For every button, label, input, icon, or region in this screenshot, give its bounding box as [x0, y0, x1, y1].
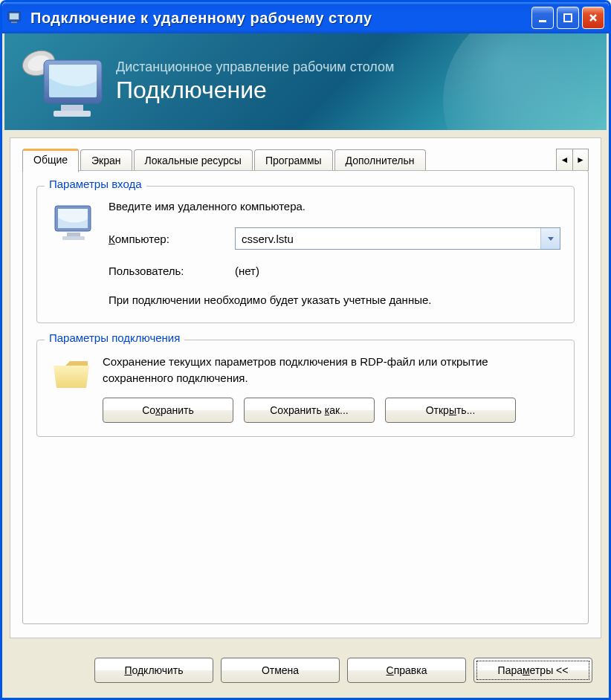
rdp-window: Подключение к удаленному рабочему столу: [0, 0, 611, 700]
banner: Дистанционное управление рабочим столом …: [4, 33, 607, 130]
svg-rect-13: [67, 233, 80, 236]
svg-rect-2: [11, 22, 17, 23]
banner-subtitle: Дистанционное управление рабочим столом: [116, 59, 394, 75]
titlebar: Подключение к удаленному рабочему столу: [2, 2, 609, 33]
svg-rect-4: [564, 14, 572, 22]
content-area: Общие Экран Локальные ресурсы Программы …: [10, 137, 601, 638]
app-icon: [7, 9, 25, 27]
help-button[interactable]: Справка: [347, 658, 466, 683]
folder-icon: [51, 357, 92, 392]
title-buttons: [531, 7, 604, 29]
cancel-button[interactable]: Отмена: [221, 658, 340, 683]
tab-advanced[interactable]: Дополнительн: [334, 149, 426, 171]
close-button[interactable]: [582, 7, 604, 29]
svg-rect-1: [10, 13, 19, 19]
svg-rect-10: [54, 111, 91, 117]
login-groupbox: Параметры входа Введите имя удаленного к…: [36, 186, 575, 323]
connect-button[interactable]: Подключить: [94, 658, 213, 683]
tab-screen[interactable]: Экран: [80, 149, 132, 171]
svg-rect-14: [62, 236, 85, 240]
tab-panel: Параметры входа Введите имя удаленного к…: [22, 170, 589, 624]
computer-combo[interactable]: [235, 227, 560, 250]
computer-input[interactable]: [236, 228, 540, 249]
tab-general[interactable]: Общие: [22, 149, 79, 172]
save-as-button[interactable]: Сохранить как...: [244, 398, 375, 423]
computer-dropdown-button[interactable]: [540, 228, 560, 249]
banner-computer-icon: [18, 41, 107, 123]
connection-group-title: Параметры подключения: [45, 331, 184, 344]
tab-local-resources[interactable]: Локальные ресурсы: [134, 149, 253, 171]
maximize-button[interactable]: [557, 7, 579, 29]
login-note: При подключении необходимо будет указать…: [109, 292, 560, 309]
window-title: Подключение к удаленному рабочему столу: [30, 10, 531, 27]
tab-programs[interactable]: Программы: [254, 149, 333, 171]
svg-rect-3: [539, 20, 546, 22]
save-button[interactable]: Сохранить: [103, 398, 233, 423]
footer: Подключить Отмена Справка Параметры <<: [2, 646, 609, 698]
tab-scroll-right[interactable]: ►: [572, 149, 589, 171]
connection-text: Сохранение текущих параметров подключени…: [103, 354, 560, 387]
connection-groupbox: Параметры подключения: [36, 340, 575, 437]
open-button[interactable]: Открыть...: [385, 398, 516, 423]
user-value: (нет): [235, 265, 259, 277]
tab-scroll: ◄ ►: [556, 149, 589, 171]
computer-icon: [51, 203, 98, 243]
tab-scroll-left[interactable]: ◄: [556, 149, 572, 171]
login-instruction: Введите имя удаленного компьютера.: [109, 200, 560, 213]
svg-rect-9: [61, 105, 83, 111]
tab-row: Общие Экран Локальные ресурсы Программы …: [22, 149, 589, 171]
options-button[interactable]: Параметры <<: [473, 658, 592, 683]
login-group-title: Параметры входа: [45, 178, 146, 190]
minimize-button[interactable]: [531, 7, 554, 29]
computer-label: Компьютер:: [109, 233, 235, 245]
user-label: Пользователь:: [109, 265, 235, 277]
banner-title: Подключение: [116, 77, 394, 104]
banner-text: Дистанционное управление рабочим столом …: [116, 59, 394, 104]
